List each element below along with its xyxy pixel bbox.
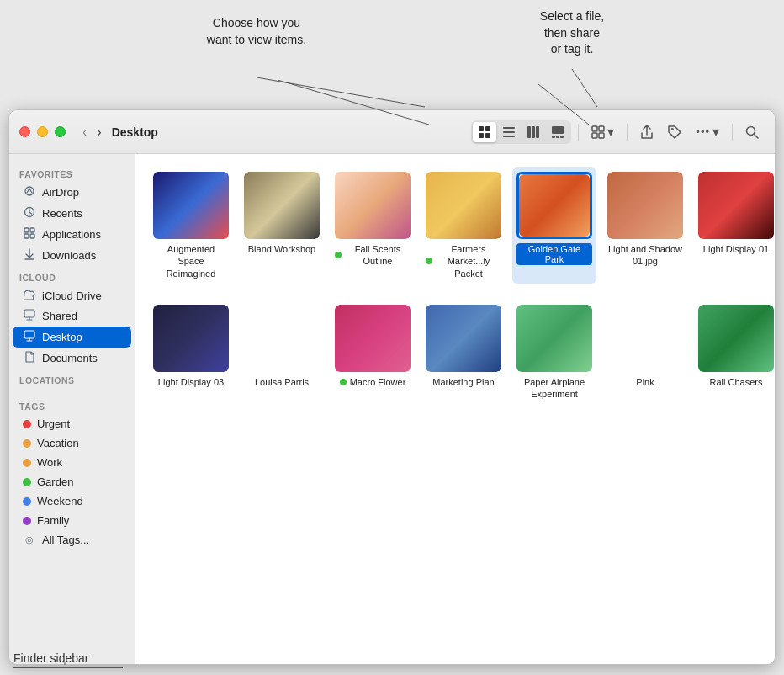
thumbnail-art-marketing-plan <box>426 305 501 372</box>
file-label-wrap-golden-gate: Golden Gate Park <box>516 243 592 265</box>
view-grid-button[interactable] <box>473 122 496 142</box>
sidebar-item-work[interactable]: Work <box>13 453 131 472</box>
sidebar-item-documents[interactable]: Documents <box>13 348 131 369</box>
file-name-fall-scents: Fall Scents Outline <box>345 243 411 268</box>
file-name-light-shadow: Light and Shadow 01.jpg <box>607 243 683 268</box>
view-list-button[interactable] <box>497 122 521 142</box>
maximize-button[interactable] <box>55 126 66 137</box>
view-gallery-button[interactable] <box>546 122 569 142</box>
desktop-icon <box>23 330 36 344</box>
back-button[interactable]: ‹ <box>79 123 90 141</box>
finder-sidebar-line <box>13 667 123 668</box>
file-item-light-display-01[interactable]: Light Display 01 <box>694 167 775 284</box>
svg-rect-21 <box>599 126 604 131</box>
more-dots: ••• <box>696 125 710 138</box>
separator-2 <box>627 124 628 141</box>
file-item-rail-chasers[interactable]: Rail Chasers <box>694 300 775 405</box>
forward-button[interactable]: › <box>93 123 104 141</box>
sidebar: Favorites AirDrop Recents Applications <box>9 154 135 664</box>
grid-icon <box>478 125 491 139</box>
close-button[interactable] <box>19 126 30 137</box>
svg-rect-23 <box>599 133 604 138</box>
file-name-light-display-01: Light Display 01 <box>703 243 769 255</box>
view-items-annotation: Choose how youwant to view items. <box>168 15 345 48</box>
file-item-light-display-03[interactable]: Light Display 03 <box>149 300 233 405</box>
file-item-louisa-parris[interactable]: Louisa Parris <box>240 300 324 405</box>
file-dot-farmers-market <box>426 258 432 264</box>
thumbnail-art-macro-flower <box>335 305 411 372</box>
sidebar-item-family[interactable]: Family <box>13 511 131 530</box>
file-item-marketing-plan[interactable]: Marketing Plan <box>421 300 506 405</box>
sidebar-item-vacation[interactable]: Vacation <box>13 433 131 453</box>
sidebar-item-desktop[interactable]: Desktop <box>13 327 131 348</box>
file-label-wrap-marketing-plan: Marketing Plan <box>426 376 501 388</box>
thumbnail-art-rail-chasers <box>698 305 774 372</box>
locations-section-label: Locations <box>9 369 135 388</box>
group-button[interactable]: ▾ <box>585 120 620 143</box>
desktop-label: Desktop <box>42 331 82 343</box>
documents-label: Documents <box>42 352 98 364</box>
svg-rect-20 <box>592 126 597 131</box>
view-columns-button[interactable] <box>522 122 545 142</box>
sidebar-item-garden[interactable]: Garden <box>13 472 131 492</box>
svg-rect-33 <box>24 310 34 317</box>
svg-rect-9 <box>485 133 490 138</box>
file-item-fall-scents[interactable]: Fall Scents Outline <box>331 167 415 284</box>
sidebar-item-weekend[interactable]: Weekend <box>13 492 131 511</box>
file-selected-label-golden-gate: Golden Gate Park <box>516 243 592 265</box>
file-item-farmers-market[interactable]: Farmers Market...ly Packet <box>421 167 506 284</box>
icloud-drive-icon <box>23 289 36 302</box>
sidebar-item-shared[interactable]: Shared <box>13 306 131 327</box>
file-label-wrap-macro-flower: Macro Flower <box>335 376 411 388</box>
sidebar-item-applications[interactable]: Applications <box>13 224 131 245</box>
file-item-light-shadow[interactable]: Light and Shadow 01.jpg <box>603 167 687 284</box>
file-item-paper-airplane[interactable]: Paper Airplane Experiment <box>512 300 596 405</box>
file-name-pink: Pink <box>636 376 654 388</box>
content-area: Favorites AirDrop Recents Applications <box>9 154 775 664</box>
recents-label: Recents <box>42 207 82 220</box>
file-item-pink[interactable]: Pink <box>603 300 687 405</box>
files-grid: Augmented Space ReimaginedBland Workshop… <box>149 167 761 404</box>
vacation-dot <box>23 439 31 448</box>
file-thumbnail-augmented <box>153 172 229 239</box>
search-icon <box>745 125 759 139</box>
sidebar-item-recents[interactable]: Recents <box>13 203 131 224</box>
file-label-wrap-louisa-parris: Louisa Parris <box>244 376 320 388</box>
sidebar-item-icloud-drive[interactable]: iCloud Drive <box>13 285 131 306</box>
favorites-section-label: Favorites <box>9 162 135 182</box>
titlebar: ‹ › Desktop <box>9 110 775 154</box>
tag-button[interactable] <box>661 121 688 143</box>
minimize-button[interactable] <box>37 126 48 137</box>
file-item-macro-flower[interactable]: Macro Flower <box>331 300 415 405</box>
all-tags-label: All Tags... <box>42 534 89 546</box>
finder-window: ‹ › Desktop <box>8 109 776 665</box>
file-item-bland-workshop[interactable]: Bland Workshop <box>240 167 324 284</box>
search-button[interactable] <box>739 122 765 142</box>
svg-rect-31 <box>30 234 34 238</box>
svg-rect-30 <box>24 234 29 238</box>
file-thumbnail-marketing-plan <box>426 305 501 372</box>
file-dot-label-macro-flower: Macro Flower <box>340 376 406 388</box>
sidebar-item-downloads[interactable]: Downloads <box>13 245 131 266</box>
file-thumbnail-light-shadow <box>607 172 683 239</box>
file-thumbnail-golden-gate <box>516 172 592 239</box>
share-button[interactable] <box>634 121 660 143</box>
file-item-augmented[interactable]: Augmented Space Reimagined <box>149 167 233 284</box>
thumbnail-art-light-display-03 <box>153 305 229 372</box>
svg-rect-11 <box>503 131 515 133</box>
file-thumbnail-paper-airplane <box>516 305 592 372</box>
sidebar-item-airdrop[interactable]: AirDrop <box>13 182 131 203</box>
file-label-wrap-farmers-market: Farmers Market...ly Packet <box>426 243 501 279</box>
thumbnail-art-pink <box>607 305 683 372</box>
main-content: Augmented Space ReimaginedBland Workshop… <box>135 154 775 664</box>
sidebar-item-urgent[interactable]: Urgent <box>13 414 131 433</box>
all-tags-icon: ◎ <box>23 534 36 545</box>
more-button[interactable]: ••• ▾ <box>690 120 725 143</box>
sidebar-item-all-tags[interactable]: ◎ All Tags... <box>13 530 131 550</box>
file-dot-macro-flower <box>340 379 347 385</box>
file-label-wrap-pink: Pink <box>607 376 683 388</box>
file-item-golden-gate[interactable]: Golden Gate Park <box>512 167 596 284</box>
shared-label: Shared <box>42 310 77 322</box>
recents-icon <box>23 206 36 221</box>
list-icon <box>502 125 516 139</box>
